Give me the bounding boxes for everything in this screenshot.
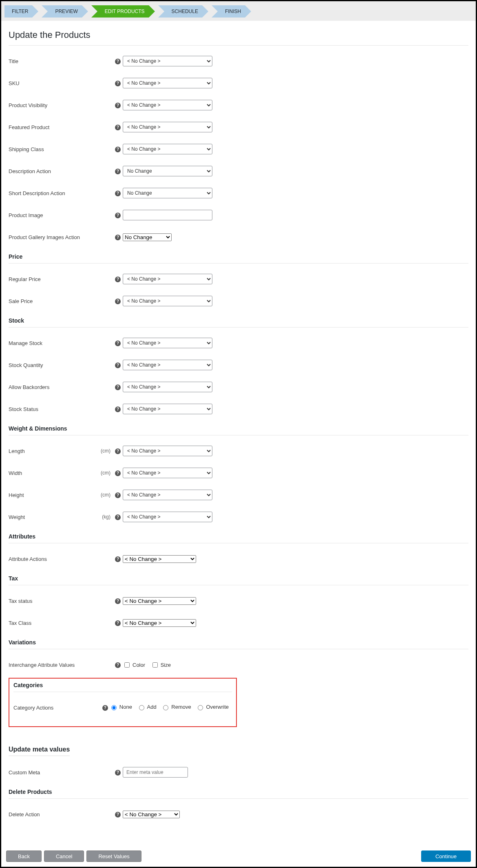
help-icon[interactable]: ? xyxy=(115,213,121,218)
check-color[interactable] xyxy=(124,662,130,668)
help-icon[interactable]: ? xyxy=(115,470,121,476)
check-size-label[interactable]: Size xyxy=(151,661,171,669)
help-icon[interactable]: ? xyxy=(115,492,121,498)
continue-button[interactable]: Continue xyxy=(421,850,471,862)
reset-values-button[interactable]: Reset Values xyxy=(86,850,141,862)
unit-cm: (cm) xyxy=(98,470,113,476)
help-icon[interactable]: ? xyxy=(102,705,108,711)
step-edit-products[interactable]: EDIT PRODUCTS xyxy=(93,5,153,18)
weight-select[interactable]: < No Change > xyxy=(123,512,212,522)
label-sku: SKU xyxy=(9,80,98,86)
help-icon[interactable]: ? xyxy=(115,620,121,626)
attribute-actions-select[interactable]: < No Change > xyxy=(123,555,196,563)
section-stock: Stock xyxy=(9,317,468,324)
manage-stock-select[interactable]: < No Change > xyxy=(123,338,212,348)
step-breadcrumb: FILTER PREVIEW EDIT PRODUCTS SCHEDULE FI… xyxy=(1,1,476,21)
section-tax: Tax xyxy=(9,575,468,582)
label-stock-quantity: Stock Quantity xyxy=(9,362,98,368)
unit-kg: (kg) xyxy=(98,514,113,520)
label-attribute-actions: Attribute Actions xyxy=(9,556,98,562)
featured-product-select[interactable]: < No Change > xyxy=(123,122,212,132)
section-weight-dimensions: Weight & Dimensions xyxy=(9,425,468,432)
section-update-meta: Update meta values xyxy=(9,746,70,756)
label-custom-meta: Custom Meta xyxy=(9,769,98,776)
back-button[interactable]: Back xyxy=(6,850,42,862)
label-interchange-attribute-values: Interchange Attribute Values xyxy=(9,662,98,668)
label-featured-product: Featured Product xyxy=(9,124,98,130)
product-image-input[interactable] xyxy=(123,210,212,220)
step-label: FILTER xyxy=(12,9,28,14)
label-product-visibility: Product Visibility xyxy=(9,102,98,108)
custom-meta-input[interactable] xyxy=(123,767,188,778)
help-icon[interactable]: ? xyxy=(115,385,121,390)
cancel-button[interactable]: Cancel xyxy=(44,850,84,862)
label-height: Height xyxy=(9,492,98,498)
label-short-description-action: Short Description Action xyxy=(9,190,98,196)
radio-remove-label[interactable]: Remove xyxy=(161,704,191,710)
help-icon[interactable]: ? xyxy=(115,59,121,64)
help-icon[interactable]: ? xyxy=(115,81,121,86)
tax-class-select[interactable]: < No Change > xyxy=(123,619,196,627)
radio-add-label[interactable]: Add xyxy=(137,704,157,710)
label-product-gallery-images-action: Product Gallery Images Action xyxy=(9,234,98,240)
radio-remove[interactable] xyxy=(163,705,168,710)
section-delete-products: Delete Products xyxy=(9,789,468,795)
divider xyxy=(9,543,468,543)
sale-price-select[interactable]: < No Change > xyxy=(123,296,212,306)
help-icon[interactable]: ? xyxy=(115,169,121,174)
section-price: Price xyxy=(9,253,468,260)
step-finish[interactable]: FINISH xyxy=(214,5,249,18)
shipping-class-select[interactable]: < No Change > xyxy=(123,144,212,154)
length-select[interactable]: < No Change > xyxy=(123,446,212,456)
label-title: Title xyxy=(9,58,98,64)
step-label: FINISH xyxy=(225,9,241,14)
help-icon[interactable]: ? xyxy=(115,125,121,130)
short-description-action-select[interactable]: No Change xyxy=(123,188,212,198)
tax-status-select[interactable]: < No Change > xyxy=(123,597,196,605)
help-icon[interactable]: ? xyxy=(115,147,121,152)
help-icon[interactable]: ? xyxy=(115,363,121,368)
radio-none-label[interactable]: None xyxy=(109,704,132,710)
height-select[interactable]: < No Change > xyxy=(123,490,212,500)
radio-none[interactable] xyxy=(111,705,117,710)
sku-select[interactable]: < No Change > xyxy=(123,78,212,88)
allow-backorders-select[interactable]: < No Change > xyxy=(123,382,212,392)
help-icon[interactable]: ? xyxy=(115,662,121,668)
check-size[interactable] xyxy=(152,662,158,668)
help-icon[interactable]: ? xyxy=(115,556,121,562)
check-color-label[interactable]: Color xyxy=(123,661,145,669)
help-icon[interactable]: ? xyxy=(115,770,121,776)
help-icon[interactable]: ? xyxy=(115,299,121,304)
delete-action-select[interactable]: < No Change > xyxy=(123,811,180,818)
radio-overwrite-label[interactable]: Overwrite xyxy=(196,704,229,710)
help-icon[interactable]: ? xyxy=(115,103,121,108)
regular-price-select[interactable]: < No Change > xyxy=(123,274,212,284)
title-select[interactable]: < No Change > xyxy=(123,56,212,66)
step-label: PREVIEW xyxy=(55,9,77,14)
product-gallery-images-action-select[interactable]: No Change xyxy=(123,233,172,241)
step-preview[interactable]: PREVIEW xyxy=(44,5,86,18)
radio-overwrite[interactable] xyxy=(198,705,203,710)
help-icon[interactable]: ? xyxy=(115,448,121,454)
stock-status-select[interactable]: < No Change > xyxy=(123,404,212,414)
description-action-select[interactable]: No Change xyxy=(123,166,212,176)
help-icon[interactable]: ? xyxy=(115,812,121,817)
help-icon[interactable]: ? xyxy=(115,191,121,196)
step-schedule[interactable]: SCHEDULE xyxy=(160,5,206,18)
width-select[interactable]: < No Change > xyxy=(123,468,212,478)
help-icon[interactable]: ? xyxy=(115,341,121,346)
product-visibility-select[interactable]: < No Change > xyxy=(123,100,212,110)
divider xyxy=(13,692,232,692)
step-filter[interactable]: FILTER xyxy=(4,5,36,18)
stock-quantity-select[interactable]: < No Change > xyxy=(123,360,212,370)
label-sale-price: Sale Price xyxy=(9,298,98,304)
help-icon[interactable]: ? xyxy=(115,235,121,240)
label-category-actions: Category Actions xyxy=(13,705,88,711)
help-icon[interactable]: ? xyxy=(115,277,121,282)
help-icon[interactable]: ? xyxy=(115,407,121,412)
help-icon[interactable]: ? xyxy=(115,598,121,604)
radio-add[interactable] xyxy=(139,705,144,710)
step-label: SCHEDULE xyxy=(172,9,198,14)
section-categories: Categories xyxy=(13,682,232,688)
help-icon[interactable]: ? xyxy=(115,514,121,520)
